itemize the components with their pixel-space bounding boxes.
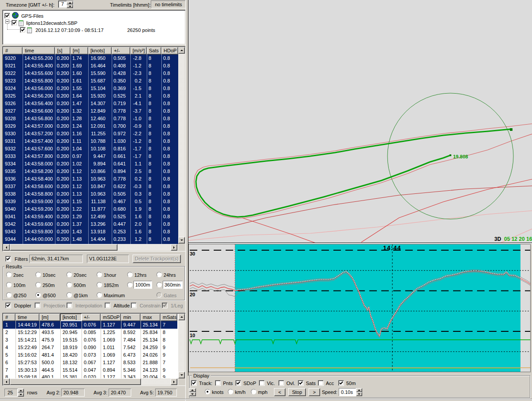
svg-text:05 12 20 16: 05 12 20 16 (504, 236, 532, 242)
svg-text:19.808: 19.808 (453, 154, 468, 159)
svg-text:14:44: 14:44 (383, 244, 401, 252)
svg-text:30: 30 (190, 251, 195, 256)
svg-text:10: 10 (190, 333, 195, 338)
svg-text:20: 20 (190, 292, 195, 297)
svg-text:3D: 3D (494, 236, 501, 242)
